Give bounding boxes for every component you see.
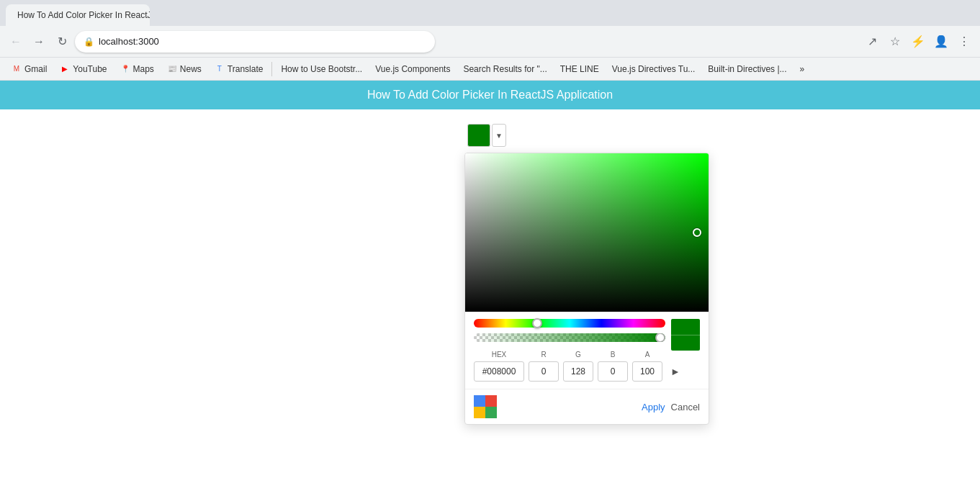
- bookmark-news[interactable]: 📰 News: [161, 61, 207, 77]
- active-tab[interactable]: How To Add Color Picker In ReactJS Appli…: [6, 4, 150, 26]
- color-preview-swatches: [671, 319, 700, 351]
- color-picker-container: ▼: [464, 124, 709, 425]
- bookmark-vue-components-label: Vue.js Components: [375, 64, 450, 74]
- alpha-gradient: [474, 333, 665, 342]
- bookmark-builtin-label: Built-in Directives |...: [708, 64, 786, 74]
- reload-button[interactable]: ↻: [52, 32, 72, 52]
- a-input[interactable]: [632, 361, 662, 382]
- r-label: R: [529, 351, 559, 358]
- bookmark-theline-label: THE LINE: [560, 64, 599, 74]
- preview-new-color: [671, 319, 700, 335]
- back-button[interactable]: ←: [6, 32, 26, 52]
- sliders-section: [474, 319, 665, 349]
- app-header: How To Add Color Picker In ReactJS Appli…: [0, 81, 980, 109]
- hue-thumb[interactable]: [532, 318, 542, 328]
- alpha-thumb[interactable]: [655, 333, 665, 342]
- google-logo-icon: [474, 395, 497, 418]
- bookmark-youtube[interactable]: ▶ YouTube: [54, 61, 112, 77]
- maps-icon: 📍: [120, 64, 130, 74]
- url-text: localhost:3000: [99, 36, 159, 47]
- bookmark-maps[interactable]: 📍 Maps: [114, 61, 160, 77]
- hex-label: HEX: [474, 351, 524, 358]
- bookmark-vue-components[interactable]: Vue.js Components: [369, 61, 456, 77]
- picker-footer: Apply Cancel: [465, 389, 709, 424]
- a-label: A: [632, 351, 662, 358]
- color-trigger: ▼: [467, 124, 709, 147]
- bookmark-builtin-directives[interactable]: Built-in Directives |...: [702, 61, 792, 77]
- dropdown-arrow-button[interactable]: ▼: [492, 124, 506, 147]
- footer-actions: Apply Cancel: [642, 402, 700, 412]
- input-labels-row: HEX R G B A: [474, 351, 700, 358]
- bookmark-maps-label: Maps: [133, 64, 154, 74]
- alpha-slider[interactable]: [474, 333, 665, 342]
- bookmark-search-label: Search Results for "...: [463, 64, 547, 74]
- bookmark-more[interactable]: »: [794, 61, 811, 77]
- tab-title: How To Add Color Picker In ReactJS Appli…: [17, 10, 150, 20]
- bookmarks-bar: M Gmail ▶ YouTube 📍 Maps 📰 News T Transl…: [0, 58, 980, 81]
- bookmark-vue-directives-label: Vue.js Directives Tu...: [612, 64, 696, 74]
- bookmark-news-label: News: [180, 64, 202, 74]
- svg-rect-0: [474, 395, 485, 407]
- b-label: B: [598, 351, 628, 358]
- apply-button[interactable]: Apply: [642, 402, 665, 412]
- hue-slider[interactable]: [474, 319, 665, 328]
- bookmark-button[interactable]: ☆: [885, 32, 905, 52]
- tab-bar: How To Add Color Picker In ReactJS Appli…: [0, 0, 980, 26]
- bookmark-vue-directives[interactable]: Vue.js Directives Tu...: [606, 61, 701, 77]
- gmail-icon: M: [12, 64, 22, 74]
- more-icon: »: [800, 64, 805, 74]
- saturation-gradient[interactable]: [465, 153, 709, 312]
- news-icon: 📰: [167, 64, 177, 74]
- next-arrow-button[interactable]: ►: [667, 363, 684, 380]
- cancel-button[interactable]: Cancel: [671, 402, 700, 412]
- bookmark-gmail-label: Gmail: [24, 64, 47, 74]
- menu-button[interactable]: ⋮: [954, 32, 974, 52]
- bookmark-youtube-label: YouTube: [73, 64, 107, 74]
- bookmark-separator: [271, 62, 272, 76]
- color-swatch-button[interactable]: [467, 124, 490, 147]
- bookmark-translate[interactable]: T Translate: [209, 61, 269, 77]
- saturation-canvas[interactable]: [465, 153, 709, 312]
- svg-rect-3: [485, 407, 497, 418]
- bookmark-search-results[interactable]: Search Results for "...: [457, 61, 552, 77]
- svg-rect-2: [474, 407, 485, 418]
- address-input[interactable]: 🔒 localhost:3000: [75, 31, 435, 53]
- app-title: How To Add Color Picker In ReactJS Appli…: [367, 89, 613, 102]
- bookmark-bootstrap-label: How to Use Bootstr...: [281, 64, 362, 74]
- bookmark-bootstrap[interactable]: How to Use Bootstr...: [275, 61, 368, 77]
- bookmark-theline[interactable]: THE LINE: [554, 61, 605, 77]
- picker-controls: HEX R G B A ►: [465, 312, 709, 389]
- g-input[interactable]: [563, 361, 593, 382]
- hex-input[interactable]: [474, 361, 524, 382]
- g-label: G: [563, 351, 593, 358]
- forward-button[interactable]: →: [29, 32, 49, 52]
- color-picker-panel: HEX R G B A ►: [464, 153, 709, 425]
- bookmark-translate-label: Translate: [228, 64, 264, 74]
- browser-window: How To Add Color Picker In ReactJS Appli…: [0, 0, 980, 478]
- share-button[interactable]: ↗: [862, 32, 882, 52]
- bookmark-gmail[interactable]: M Gmail: [6, 61, 53, 77]
- svg-rect-1: [485, 395, 497, 407]
- controls-and-preview: [474, 319, 700, 351]
- translate-icon: T: [215, 64, 225, 74]
- extensions-button[interactable]: ⚡: [908, 32, 928, 52]
- b-input[interactable]: [598, 361, 628, 382]
- youtube-icon: ▶: [60, 64, 70, 74]
- r-input[interactable]: [529, 361, 559, 382]
- address-right-buttons: ↗ ☆ ⚡ 👤 ⋮: [862, 32, 974, 52]
- address-bar: ← → ↻ 🔒 localhost:3000 ↗ ☆ ⚡ 👤 ⋮: [0, 26, 980, 58]
- preview-old-color: [671, 335, 700, 351]
- input-fields-row: ►: [474, 361, 700, 382]
- page-content: How To Add Color Picker In ReactJS Appli…: [0, 81, 980, 478]
- profile-button[interactable]: 👤: [931, 32, 951, 52]
